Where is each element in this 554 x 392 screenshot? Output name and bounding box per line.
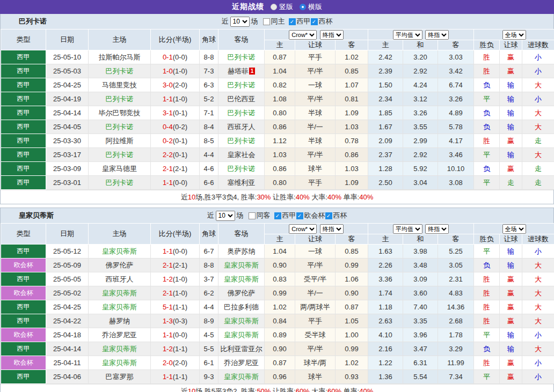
league-checkbox[interactable]: ✓西甲 <box>289 17 311 26</box>
home-team[interactable]: 拉斯帕尔马斯 <box>99 53 141 61</box>
checkbox-checked-icon[interactable]: ✓ <box>274 212 281 219</box>
avg-home-odds: 3.36 <box>368 272 403 286</box>
away-team[interactable]: 奥萨苏纳 <box>228 247 256 255</box>
checkbox-checked-icon[interactable]: ✓ <box>296 212 303 219</box>
checkbox-checked-icon[interactable]: ✓ <box>325 212 332 219</box>
away-team[interactable]: 赫塔菲 <box>228 67 249 75</box>
away-team[interactable]: 巴列卡诺 <box>228 81 256 89</box>
radio-selected-icon[interactable] <box>300 4 306 10</box>
away-team[interactable]: 皇家贝蒂斯 <box>224 261 259 269</box>
summary-segment: 让胜率: <box>271 387 295 392</box>
checkbox-unchecked-icon[interactable] <box>249 212 256 219</box>
home-team[interactable]: 皇家贝蒂斯 <box>102 359 137 367</box>
col-result-goals: 进球数 <box>522 40 554 50</box>
home-team[interactable]: 皇家马德里 <box>102 165 137 173</box>
away-team[interactable]: 皇家贝蒂斯 <box>224 373 259 381</box>
league-checkbox[interactable]: ✓欧会杯 <box>296 211 325 220</box>
result-handicap: 输 <box>500 245 522 258</box>
home-team[interactable]: 佛罗伦萨 <box>106 261 134 269</box>
away-team[interactable]: 西班牙人 <box>228 123 256 131</box>
avg-draw-odds: 4.24 <box>403 78 438 92</box>
result-winlose: 胜 <box>474 286 500 300</box>
same-venue-checkbox[interactable]: 同客 <box>249 211 271 220</box>
home-team[interactable]: 马德里竞技 <box>102 81 137 89</box>
home-team[interactable]: 皇家贝蒂斯 <box>102 247 137 255</box>
handicap: 平手 <box>295 314 336 328</box>
home-team[interactable]: 赫罗纳 <box>109 317 130 325</box>
avg-final-odds-select[interactable]: 终指 <box>425 30 449 40</box>
near-count-select[interactable]: 10 <box>230 17 250 27</box>
away-team[interactable]: 比利亚雷亚尔 <box>221 345 263 353</box>
team-name[interactable]: 皇家贝蒂斯 <box>19 211 54 220</box>
checkbox-unchecked-icon[interactable] <box>263 18 270 25</box>
home-team[interactable]: 巴列卡诺 <box>106 179 134 187</box>
home-team[interactable]: 皇家贝蒂斯 <box>102 345 137 353</box>
away-team[interactable]: 乔治罗尼亚 <box>224 359 259 367</box>
average-select[interactable]: 平均值 <box>393 224 422 234</box>
halftime-score: (1-0) <box>173 95 187 103</box>
match-date: 25-04-25 <box>46 300 89 314</box>
avg-draw-odds: 5.54 <box>403 370 438 384</box>
halftime-score: (2-0) <box>173 359 187 367</box>
match-date: 25-03-09 <box>46 162 89 176</box>
same-venue-checkbox[interactable]: 同主 <box>263 17 285 26</box>
home-team[interactable]: 巴列卡诺 <box>106 67 134 75</box>
home-team[interactable]: 巴列卡诺 <box>106 123 134 131</box>
away-team[interactable]: 皇家贝蒂斯 <box>224 317 259 325</box>
corner-score: 8-8 <box>200 258 218 272</box>
table-row: 西甲 25-05-05 西班牙人 1-2(1-0) 3-7 皇家贝蒂斯 0.83… <box>1 272 554 286</box>
away-team[interactable]: 塞维利亚 <box>228 179 256 187</box>
full-match-select[interactable]: 全场 <box>502 30 526 40</box>
away-team[interactable]: 巴列卡诺 <box>228 109 256 117</box>
checkbox-checked-icon[interactable]: ✓ <box>289 18 296 25</box>
home-team[interactable]: 乔治罗尼亚 <box>102 331 137 339</box>
average-select[interactable]: 平均值 <box>393 30 422 40</box>
bookmaker-select[interactable]: Crow* <box>289 224 317 234</box>
home-team[interactable]: 皇家贝蒂斯 <box>102 303 137 311</box>
result-goals: 大 <box>522 258 554 272</box>
home-team[interactable]: 巴列卡诺 <box>106 151 134 159</box>
result-goals: 大 <box>522 78 554 92</box>
home-team[interactable]: 西班牙人 <box>106 275 134 283</box>
league-checkbox[interactable]: ✓西杯 <box>325 211 347 220</box>
away-team[interactable]: 巴列卡诺 <box>228 165 256 173</box>
halftime-score: (1-0) <box>173 275 187 283</box>
corner-score: 5-2 <box>200 92 218 106</box>
league-badge: 西甲 <box>1 120 46 134</box>
result-handicap: 赢 <box>500 134 522 148</box>
col-date: 日期 <box>46 224 89 245</box>
filter-controls: 近 10 场 同主 ✓西甲✓西杯 <box>222 17 333 27</box>
home-team[interactable]: 巴塞罗那 <box>106 373 134 381</box>
home-team[interactable]: 巴列卡诺 <box>106 95 134 103</box>
layout-radio-vertical[interactable]: 竖版 <box>271 2 293 12</box>
home-team[interactable]: 毕尔巴鄂竞技 <box>99 109 141 117</box>
home-odds: 0.89 <box>265 328 295 342</box>
away-team[interactable]: 皇家贝蒂斯 <box>224 275 259 283</box>
team-name[interactable]: 巴列卡诺 <box>19 17 47 26</box>
away-team[interactable]: 巴伦西亚 <box>228 95 256 103</box>
final-odds-select[interactable]: 终指 <box>320 30 344 40</box>
home-team[interactable]: 皇家贝蒂斯 <box>102 289 137 297</box>
away-team[interactable]: 皇家社会 <box>228 151 256 159</box>
away-team[interactable]: 巴列卡诺 <box>228 137 256 145</box>
league-checkbox[interactable]: ✓西甲 <box>274 211 296 220</box>
near-count-select[interactable]: 10 <box>216 211 235 221</box>
league-checkbox[interactable]: ✓西杯 <box>311 17 333 26</box>
away-team[interactable]: 巴列卡诺 <box>228 53 256 61</box>
full-match-select[interactable]: 全场 <box>502 224 526 234</box>
away-team[interactable]: 佛罗伦萨 <box>228 289 256 297</box>
avg-final-odds-select[interactable]: 终指 <box>425 224 449 234</box>
away-team-cell: 皇家贝蒂斯 <box>218 272 265 286</box>
result-winlose: 胜 <box>474 272 500 286</box>
league-badge: 西甲 <box>1 92 46 106</box>
checkbox-checked-icon[interactable]: ✓ <box>311 18 318 25</box>
away-team[interactable]: 皇家贝蒂斯 <box>224 331 259 339</box>
away-team[interactable]: 巴拉多利德 <box>224 303 259 311</box>
away-team-cell: 皇家贝蒂斯 <box>218 258 265 272</box>
layout-radio-horizontal[interactable]: 横版 <box>300 2 322 12</box>
final-odds-select[interactable]: 终指 <box>320 224 344 234</box>
bookmaker-select[interactable]: Crow* <box>289 30 317 40</box>
radio-unselected-icon[interactable] <box>271 4 277 10</box>
handicap: 平/半 <box>295 92 336 106</box>
home-team[interactable]: 阿拉维斯 <box>106 137 134 145</box>
